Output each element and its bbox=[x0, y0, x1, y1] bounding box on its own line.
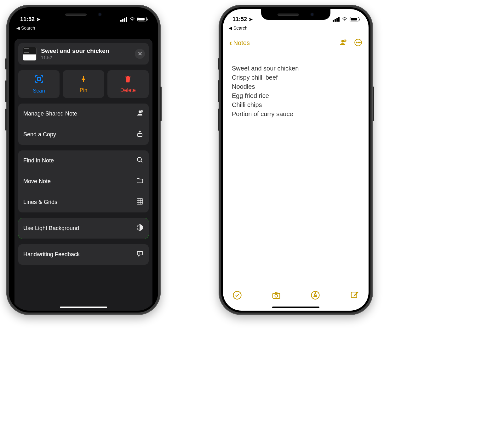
menu-label: Move Note bbox=[23, 178, 51, 185]
breadcrumb-label: Search bbox=[233, 25, 247, 31]
search-icon bbox=[136, 156, 144, 165]
location-arrow-icon: ➤ bbox=[36, 16, 40, 22]
scan-label: Scan bbox=[33, 88, 45, 94]
contrast-icon bbox=[136, 224, 144, 233]
notes-nav: ‹ Notes bbox=[223, 35, 369, 51]
svg-rect-2 bbox=[129, 78, 129, 81]
home-indicator[interactable] bbox=[60, 307, 107, 308]
menu-group-1: Manage Shared Note Send a Copy bbox=[18, 104, 149, 145]
svg-point-13 bbox=[358, 42, 358, 43]
back-label: Notes bbox=[233, 39, 250, 47]
home-indicator[interactable] bbox=[272, 307, 319, 308]
menu-group-4: Handwriting Feedback bbox=[18, 244, 149, 265]
scan-button[interactable]: Scan bbox=[18, 70, 60, 98]
trash-icon bbox=[124, 75, 132, 85]
menu-find-in-note[interactable]: Find in Note bbox=[18, 150, 149, 171]
delete-label: Delete bbox=[120, 87, 136, 93]
menu-move-note[interactable]: Move Note bbox=[18, 171, 149, 192]
pin-label: Pin bbox=[80, 87, 88, 93]
checklist-button[interactable] bbox=[232, 290, 242, 301]
note-line: Egg fried rice bbox=[232, 91, 360, 100]
chevron-left-icon: ‹ bbox=[229, 38, 232, 48]
close-icon: ✕ bbox=[138, 50, 142, 57]
svg-point-17 bbox=[275, 295, 278, 297]
cellular-signal-icon bbox=[333, 17, 340, 22]
more-button[interactable] bbox=[354, 38, 362, 48]
svg-rect-1 bbox=[127, 78, 128, 81]
note-line: Sweet and sour chicken bbox=[232, 64, 360, 73]
share-icon bbox=[136, 130, 144, 139]
breadcrumb[interactable]: ◀ Search bbox=[223, 25, 369, 32]
svg-point-14 bbox=[359, 42, 360, 43]
status-time: 11:52 bbox=[20, 16, 35, 23]
note-line: Crispy chilli beef bbox=[232, 73, 360, 82]
svg-point-9 bbox=[341, 40, 344, 42]
svg-rect-0 bbox=[37, 77, 41, 81]
battery-icon bbox=[350, 17, 359, 21]
note-line: Chilli chips bbox=[232, 100, 360, 110]
wifi-icon bbox=[129, 15, 135, 23]
delete-button[interactable]: Delete bbox=[107, 70, 149, 98]
battery-icon bbox=[137, 17, 147, 21]
menu-label: Handwriting Feedback bbox=[23, 251, 80, 258]
menu-handwriting-feedback[interactable]: Handwriting Feedback bbox=[18, 244, 149, 265]
svg-point-6 bbox=[137, 157, 141, 161]
cellular-signal-icon bbox=[120, 17, 127, 22]
menu-label: Find in Note bbox=[23, 157, 54, 164]
menu-lines-grids[interactable]: Lines & Grids bbox=[18, 192, 149, 212]
menu-manage-shared-note[interactable]: Manage Shared Note bbox=[18, 104, 149, 124]
svg-rect-16 bbox=[273, 293, 280, 298]
sheet-header: Sweet and sour chicken 11:52 ✕ bbox=[18, 43, 149, 65]
sheet-title: Sweet and sour chicken bbox=[41, 48, 109, 54]
action-sheet: Sweet and sour chicken 11:52 ✕ Scan bbox=[14, 39, 152, 311]
feedback-icon bbox=[136, 250, 144, 259]
notch bbox=[49, 9, 118, 20]
wifi-icon bbox=[341, 15, 348, 23]
svg-point-12 bbox=[356, 42, 357, 43]
menu-use-light-background[interactable]: Use Light Background bbox=[18, 218, 149, 239]
menu-label: Lines & Grids bbox=[23, 199, 57, 206]
svg-rect-7 bbox=[137, 199, 143, 204]
scan-icon bbox=[34, 74, 44, 85]
notch bbox=[261, 9, 330, 20]
svg-point-15 bbox=[233, 291, 241, 299]
note-line: Portion of curry sauce bbox=[232, 110, 360, 119]
location-arrow-icon: ➤ bbox=[249, 16, 253, 22]
breadcrumb-label: Search bbox=[21, 25, 35, 31]
compose-button[interactable] bbox=[350, 290, 359, 301]
menu-label: Manage Shared Note bbox=[23, 110, 77, 117]
grid-icon bbox=[136, 198, 144, 207]
menu-label: Use Light Background bbox=[23, 225, 79, 232]
pin-icon bbox=[79, 75, 88, 85]
menu-group-3: Use Light Background bbox=[18, 218, 149, 239]
pin-button[interactable]: Pin bbox=[63, 70, 104, 98]
status-time: 11:52 bbox=[232, 16, 247, 23]
sheet-subtitle: 11:52 bbox=[41, 55, 109, 60]
phone-dark: 11:52 ➤ ◀ Search Sweet an bbox=[6, 5, 161, 315]
shared-note-icon bbox=[136, 109, 144, 118]
folder-icon bbox=[136, 177, 144, 186]
phone-light: 11:52 ➤ ◀ Search ‹ Notes bbox=[219, 5, 373, 315]
note-line: Noodles bbox=[232, 82, 360, 91]
shared-indicator-icon[interactable] bbox=[339, 38, 347, 48]
note-body[interactable]: Sweet and sour chicken Crispy chilli bee… bbox=[223, 59, 369, 285]
breadcrumb[interactable]: ◀ Search bbox=[11, 25, 156, 32]
close-button[interactable]: ✕ bbox=[135, 49, 145, 59]
markup-button[interactable] bbox=[311, 290, 320, 301]
back-button[interactable]: ‹ Notes bbox=[229, 38, 250, 48]
menu-send-copy[interactable]: Send a Copy bbox=[18, 124, 149, 145]
menu-label: Send a Copy bbox=[23, 131, 56, 138]
camera-button[interactable] bbox=[272, 290, 281, 301]
note-thumbnail-icon bbox=[23, 47, 37, 61]
menu-group-2: Find in Note Move Note Lines & Grids bbox=[18, 150, 149, 212]
